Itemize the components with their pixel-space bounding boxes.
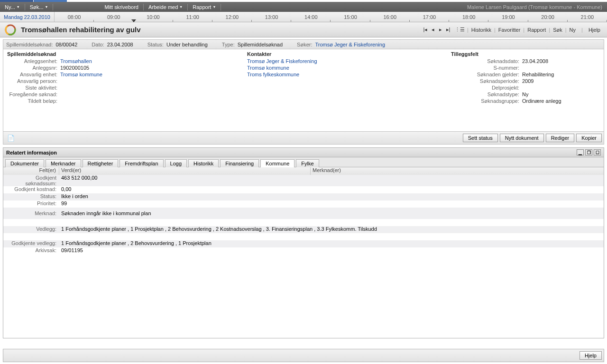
col-fields: Felt(er) [3,167,59,175]
minimize-button[interactable]: ▁ [577,149,584,155]
tab-strip-item[interactable] [34,0,67,2]
nav-list-icon[interactable]: ⋮☰ [455,27,462,33]
menu-new[interactable]: Ny...▼ [2,3,23,11]
field-label: Ansvarlig enhet: [7,71,60,78]
col-notes: Merknad(er) [311,167,604,175]
field-value: 23.04.2008 [522,58,548,64]
facility-link[interactable]: Tromsøhallen [60,58,92,64]
timeline-hour: 17:00 [410,12,449,22]
contacts-head: Kontakter [247,51,443,57]
chevron-down-icon: ▼ [45,5,48,9]
timeline-hour: 15:00 [331,12,370,22]
edit-button[interactable]: Rediger [546,134,575,142]
footer-bar: Hjelp [3,349,604,362]
link-hjelp[interactable]: Hjelp [587,27,602,33]
row-label: Arkivsak: [3,247,59,255]
summary-type-label: Type: [222,42,235,47]
tab-finansiering[interactable]: Finansiering [220,159,259,167]
summary-applicant-label: Søker: [297,42,312,47]
field-label: Anleggsenhet: [7,58,60,64]
link-favoritter[interactable]: Favoritter [497,27,522,33]
chevron-down-icon: ▼ [17,5,20,9]
tab-merknader[interactable]: Merknader [46,159,81,167]
contact-link[interactable]: Tromsø Jeger & Fiskeforening [247,58,317,64]
row-value: 0,00 [59,186,604,193]
row-value: 1 Forhåndsgodkjente planer , 2 Behovsvur… [59,240,604,247]
timeline-hour: 18:00 [449,12,488,22]
field-value: 2009 [522,78,533,84]
timeline-hours[interactable]: 08:0009:0010:0011:0012:0013:0014:0015:00… [55,12,607,22]
row-value: 99 [59,200,604,208]
field-label: Siste aktivitet: [7,84,60,91]
grid-body[interactable]: Godkjent søknadssum:463 512 000,00 Godkj… [3,175,604,338]
field-value: Ny [522,91,528,98]
row-value: 1 Forhåndsgodkjente planer , 1 Prosjektp… [59,226,604,233]
link-sok[interactable]: Søk [551,27,564,33]
menu-desktop[interactable]: Mitt skrivebord [101,3,141,11]
nav-first-icon[interactable]: |◂ [422,27,429,33]
field-value: Rehabilitering [522,71,554,78]
app-logo-icon [5,24,16,36]
contact-link[interactable]: Tromsø kommune [247,64,289,71]
link-historikk[interactable]: Historikk [469,27,493,33]
left-col-head: Spillemiddelsøknad [7,51,239,57]
nav-next-icon[interactable]: ▸ [437,27,444,33]
row-value: 09/01195 [59,247,604,255]
tab-kommune[interactable]: Kommune [260,159,294,167]
menu-search[interactable]: Søk...▼ [27,3,51,11]
copy-button[interactable]: Kopier [576,134,602,142]
extras-head: Tilleggsfelt [451,51,600,57]
field-value: 1902000105 [60,64,89,71]
menu-report[interactable]: Rapport▼ [190,3,219,11]
tab-fremdriftsplan[interactable]: Fremdriftsplan [120,159,163,167]
tab-dokumenter[interactable]: Dokumenter [5,159,44,167]
nav-last-icon[interactable]: ▸| [444,27,452,33]
field-label: Tildelt beløp: [7,98,60,104]
row-label: Vedlegg: [3,226,59,233]
row-label: Status: [3,193,59,200]
row-label: Godkjent kostnad: [3,186,59,193]
field-label: S-nummer: [451,64,522,71]
unit-link[interactable]: Tromsø kommune [60,71,102,78]
new-document-button[interactable]: Nytt dokument [500,134,544,142]
timeline: Mandag 22.03.2010 08:0009:0010:0011:0012… [0,12,607,22]
col-values: Verdi(er) [59,167,311,175]
contact-link[interactable]: Troms fylkeskommune [247,71,299,78]
copy-icon[interactable]: 📄 [5,135,17,142]
row-label: Godkjente vedlegg: [3,240,59,247]
set-status-button[interactable]: Sett status [463,134,498,142]
restore-button[interactable]: ❐ [585,149,592,155]
timeline-hour: 12:00 [212,12,252,22]
grid-header: Felt(er) Verdi(er) Merknad(er) [3,167,604,175]
timeline-date[interactable]: Mandag 22.03.2010 [0,12,55,22]
field-label: Søknaden gjelder: [451,71,522,78]
maximize-button[interactable]: ☐ [594,149,601,155]
link-rapport[interactable]: Rapport [525,27,548,33]
nav-prev-icon[interactable]: ◂ [429,27,437,33]
timeline-hour: 14:00 [291,12,331,22]
link-ny[interactable]: Ny [568,27,578,33]
tab-historikk[interactable]: Historikk [188,159,219,167]
timeline-hour: 19:00 [488,12,528,22]
tab-logg[interactable]: Logg [165,159,187,167]
tab-rettigheter[interactable]: Rettigheter [83,159,119,167]
related-info-title: Relatert informasjon [6,150,57,155]
row-label: Godkjent søknadssum: [3,175,59,186]
summary-type-value: Spillemiddelsøknad [238,42,283,47]
field-label: Ansvarlig person: [7,78,60,84]
tab-fylke[interactable]: Fylke [296,159,319,167]
field-label: Anleggsnr: [7,64,60,71]
help-button[interactable]: Hjelp [579,351,602,360]
menu-workwith[interactable]: Arbeide med▼ [146,3,185,11]
summary-status-label: Status: [147,42,164,47]
field-value: Ordinære anlegg [522,98,561,104]
tab-row: DokumenterMerknaderRettigheterFremdrifts… [3,157,604,167]
row-label: Merknad: [3,210,59,216]
summary-applicant-link[interactable]: Tromsø Jeger & Fiskeforening [315,42,386,47]
row-value: Søknaden inngår ikke i kommunal plan [59,210,604,216]
field-label: Foregående søknad: [7,91,60,98]
row-value: 463 512 000,00 [59,175,604,186]
field-label: Søknadsperiode: [451,78,522,84]
tab-strip-item[interactable] [0,0,33,2]
chevron-down-icon: ▼ [179,5,183,9]
